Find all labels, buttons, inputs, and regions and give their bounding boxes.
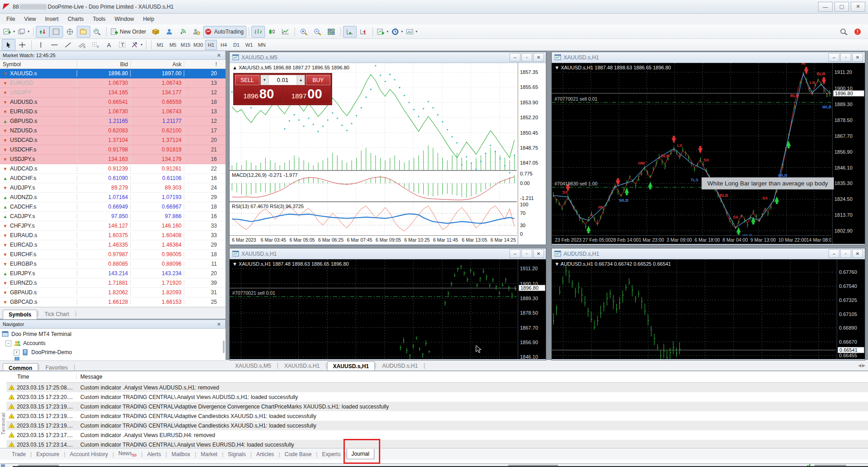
chart-canvas[interactable]: ▲ XAUUSD.s,M5 1896.88 1897.27 1896.55 18… — [230, 63, 546, 244]
terminal-button[interactable] — [77, 26, 90, 38]
market-watch-row[interactable]: ▲EURJPY.s143.214143.23420 — [0, 269, 226, 278]
scroll-left-icon[interactable]: ◀ — [858, 363, 861, 368]
market-watch-row[interactable]: ▼EURUSD1.067301.0674313 — [0, 78, 226, 88]
cursor-tool-button[interactable] — [2, 39, 15, 51]
market-watch-row[interactable]: ▼EURCAD.s1.463351.4636429 — [0, 240, 226, 250]
shapes-tool-button[interactable]: ▾ — [129, 39, 144, 51]
buy-button[interactable]: BUY — [306, 75, 330, 85]
market-watch-row[interactable]: ▼XAUUSD.s1896.801897.0020 — [0, 69, 226, 78]
menu-tools[interactable]: Tools — [88, 15, 110, 24]
chart-minimize-button[interactable]: – — [510, 53, 520, 62]
minimize-button[interactable]: — — [818, 2, 833, 12]
search-button[interactable] — [837, 26, 851, 38]
metaeditor-button[interactable] — [149, 26, 162, 38]
chart-tab-2[interactable]: XAUUSD.s,H1 — [327, 361, 375, 370]
plot-area[interactable]: ▼ AUDUSD.s,H1 0.66734 0.66742 0.66525 0.… — [552, 259, 836, 359]
timeframe-m15[interactable]: M15 — [180, 40, 191, 50]
plot-area[interactable]: ▲ XAUUSD.s,M5 1896.88 1897.27 1896.55 18… — [230, 63, 517, 236]
market-watch-row[interactable]: ▼USDJPY134.165134.17712 — [0, 88, 226, 97]
market-watch-row[interactable]: ▲CADCHF.s0.669490.6696718 — [0, 202, 226, 212]
market-watch-row[interactable]: ▲AUDNZD.s1.071641.0719329 — [0, 193, 226, 202]
navigator-close-icon[interactable]: ✕ — [216, 321, 222, 327]
chart-tab-3[interactable]: AUDUSD.s,H1 — [376, 361, 424, 370]
chart-minimize-button[interactable]: – — [510, 249, 520, 258]
experts-button[interactable] — [190, 26, 203, 38]
timeframe-d1[interactable]: D1 — [230, 40, 242, 50]
market-watch-row[interactable]: ▼USDCAD.s1.371041.3712420 — [0, 136, 226, 145]
market-watch-row[interactable]: ▼GBPCAD.s1.661281.6615325 — [0, 297, 226, 307]
line-chart-button[interactable] — [279, 26, 292, 38]
market-watch-row[interactable]: ▲AUDCHF.s0.610900.6110616 — [0, 174, 226, 183]
market-watch-row[interactable]: ▼AUDJPY.s89.27989.30324 — [0, 183, 226, 193]
market-watch-row[interactable]: ▼EURUSD.s1.067301.0674313 — [0, 107, 226, 117]
new-chart-button[interactable]: ▾ — [2, 26, 16, 38]
collapse-icon[interactable]: − — [5, 341, 11, 346]
autotrading-button[interactable]: AutoTrading — [203, 26, 246, 38]
profiles-button[interactable]: ▾ — [16, 26, 31, 38]
chart-close-button[interactable]: ✕ — [533, 249, 544, 258]
market-watch-row[interactable]: ▲GBPUSD.s1.211651.2117712 — [0, 117, 226, 126]
hline-tool-button[interactable] — [48, 39, 61, 51]
market-watch-row[interactable]: ▼GBPAUD.s1.820621.8209331 — [0, 288, 226, 297]
market-watch-row[interactable]: ▼NZDUSD.s0.620830.6210017 — [0, 126, 226, 136]
chart-tab-0[interactable]: XAUUSD.s,M5 — [229, 361, 277, 370]
buy-price[interactable]: 189700 — [283, 86, 330, 103]
volume-increase-button[interactable]: ▲ — [297, 75, 304, 85]
volume-decrease-button[interactable]: ▼ — [261, 75, 269, 85]
tree-root[interactable]: Doo Prime MT4 Terminal — [2, 330, 226, 339]
menu-charts[interactable]: Charts — [63, 15, 88, 24]
chart-canvas[interactable]: #70770021 sell 0.01▼ XAUUSD.s,H1 1887.48… — [230, 259, 546, 359]
candlestick-chart-button[interactable] — [265, 26, 279, 38]
strategy-tester-button[interactable] — [90, 26, 104, 38]
menu-insert[interactable]: Insert — [40, 15, 63, 24]
plot-area[interactable]: #70770021 sell 0.01▼ XAUUSD.s,H1 1887.48… — [230, 259, 517, 359]
sell-button[interactable]: SELL — [235, 75, 260, 85]
market-watch-button[interactable] — [36, 26, 49, 38]
chart-window-titlebar[interactable]: XAUUSD.s,M5–▫✕ — [230, 52, 546, 63]
market-watch-row[interactable]: ▲CADJPY.s97.85097.86616 — [0, 212, 226, 221]
navigator-scrollbar[interactable] — [223, 341, 225, 353]
zoom-in-button[interactable] — [297, 26, 311, 38]
terminal-tab-articles[interactable]: Articles — [252, 449, 279, 459]
timeframe-m5[interactable]: M5 — [167, 40, 179, 50]
trendline-tool-button[interactable] — [61, 39, 75, 51]
terminal-tab-alerts[interactable]: Alerts — [142, 449, 166, 459]
maximize-button[interactable]: ▢ — [834, 2, 849, 12]
chart-canvas[interactable]: ▼ AUDUSD.s,H1 0.66734 0.66742 0.66525 0.… — [552, 259, 865, 359]
market-watch-row[interactable]: ▼EURCHF.s0.979870.9800518 — [0, 250, 226, 259]
terminal-tab-mailbox[interactable]: Mailbox — [167, 449, 195, 459]
auto-scroll-button[interactable] — [343, 26, 357, 38]
periods-button[interactable]: ▾ — [390, 26, 404, 38]
chart-window-titlebar[interactable]: AUDUSD.s,H1–▫✕ — [552, 248, 865, 259]
terminal-tab-code-base[interactable]: Code Base — [280, 449, 316, 459]
terminal-tab-experts[interactable]: Experts — [318, 449, 345, 459]
chart-restore-button[interactable]: ▫ — [521, 53, 532, 62]
chart-shift-button[interactable] — [357, 26, 370, 38]
expand-icon[interactable]: + — [14, 350, 20, 355]
terminal-tab-news[interactable]: News99 — [114, 448, 141, 459]
chart-restore-button[interactable]: ▫ — [840, 53, 851, 62]
vline-tool-button[interactable] — [34, 39, 48, 51]
fibonacci-tool-button[interactable]: F — [88, 39, 102, 51]
chart-close-button[interactable]: ✕ — [852, 249, 863, 258]
market-watch-row[interactable]: ▼AUDUSD.s0.665410.6655918 — [0, 97, 226, 107]
tab-tick-chart[interactable]: Tick Chart — [39, 309, 75, 319]
menu-view[interactable]: View — [20, 15, 40, 24]
market-watch-row[interactable]: ▼EURNZD.s1.718811.7192039 — [0, 278, 226, 288]
bar-chart-button[interactable] — [251, 26, 265, 38]
chart-tab-1[interactable]: XAUUSD.s,H1 — [278, 361, 325, 370]
tree-item-dooprime-demo[interactable]: +DooPrime-Demo — [2, 348, 226, 357]
navigator-button[interactable] — [63, 26, 77, 38]
tree-item-accounts[interactable]: −Accounts — [2, 339, 226, 348]
timeframe-w1[interactable]: W1 — [243, 40, 255, 50]
chart-close-button[interactable]: ✕ — [852, 53, 863, 62]
terminal-tab-account-history[interactable]: Account History — [65, 449, 113, 459]
data-window-button[interactable] — [49, 26, 63, 38]
tab-symbols[interactable]: Symbols — [3, 310, 37, 319]
market-watch-row[interactable]: ▼USDJPY.s134.163134.17916 — [0, 155, 226, 164]
text-tool-button[interactable]: A — [102, 39, 116, 51]
market-watch-row[interactable]: ▼EURAUD.s1.603751.6040833 — [0, 231, 226, 240]
timeframe-mn[interactable]: MN — [256, 40, 268, 50]
terminal-tab-trade[interactable]: Trade — [7, 449, 30, 459]
market-watch-row[interactable]: ▼CHFJPY.s146.127146.16033 — [0, 221, 226, 231]
